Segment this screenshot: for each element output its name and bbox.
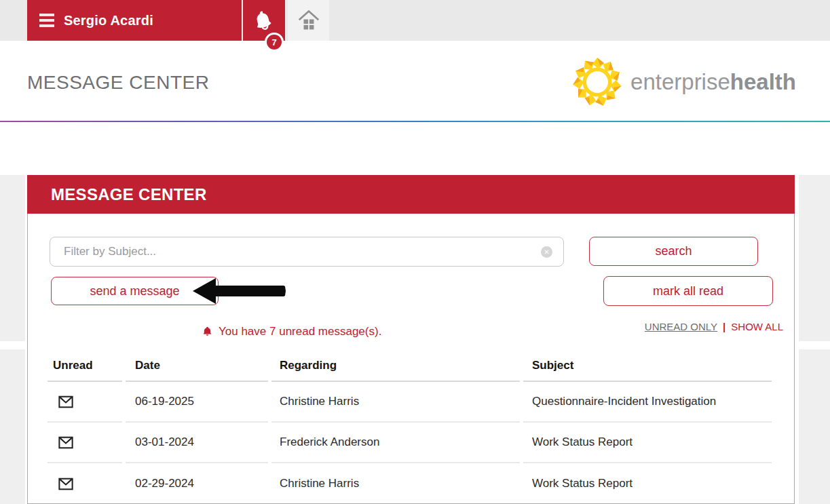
logo-wordmark: enterprisehealth [630, 69, 796, 95]
bell-icon [202, 326, 213, 338]
message-center-panel: MESSAGE CENTER ✕ search send a message m… [27, 175, 795, 504]
user-name: Sergio Acardi [64, 13, 153, 28]
messages-table: Unread Date Regarding Subject 06-19-2025… [48, 351, 775, 504]
unread-notice: You have 7 unread message(s). [202, 325, 381, 338]
enterprise-health-logo: enterprisehealth [572, 57, 796, 107]
message-date: 02-29-2024 [126, 463, 268, 504]
envelope-icon[interactable] [58, 436, 73, 449]
page-title: MESSAGE CENTER [27, 72, 209, 94]
table-row[interactable]: 03-01-2024 Frederick Anderson Work Statu… [48, 423, 775, 463]
sunflower-ring-icon [572, 57, 622, 107]
message-subject: Work Status Report [523, 423, 772, 463]
bell-icon [250, 6, 278, 34]
background-panel [799, 175, 830, 341]
page-header: MESSAGE CENTER enterprisehealth [0, 41, 830, 121]
message-regarding: Christine Harris [271, 463, 520, 504]
clear-filter-icon[interactable]: ✕ [541, 246, 552, 258]
message-regarding: Frederick Anderson [271, 423, 520, 463]
envelope-icon[interactable] [58, 478, 73, 490]
show-all-link[interactable]: SHOW ALL [731, 321, 783, 332]
message-date: 06-19-2025 [126, 382, 268, 423]
mark-all-read-button[interactable]: mark all read [603, 276, 773, 306]
message-regarding: Christine Harris [271, 382, 520, 423]
column-header-regarding: Regarding [271, 351, 520, 382]
filter-by-subject-input[interactable] [50, 237, 564, 267]
table-row[interactable]: 02-29-2024 Christine Harris Work Status … [48, 463, 775, 504]
column-header-date: Date [126, 351, 268, 382]
user-menu-button[interactable]: Sergio Acardi [27, 0, 242, 41]
search-button[interactable]: search [589, 237, 758, 266]
background-panel [0, 349, 25, 504]
column-header-unread: Unread [48, 351, 122, 382]
gradient-divider [0, 121, 830, 122]
links-separator: | [723, 321, 725, 332]
background-panel [0, 175, 25, 341]
table-row[interactable]: 06-19-2025 Christine Harris Questionnair… [48, 382, 775, 423]
view-filter-links: UNREAD ONLY | SHOW ALL [645, 321, 783, 332]
send-a-message-button[interactable]: send a message [51, 277, 219, 305]
home-button[interactable] [288, 0, 329, 41]
unread-only-link[interactable]: UNREAD ONLY [645, 321, 717, 332]
unread-notice-text: You have 7 unread message(s). [219, 325, 381, 338]
table-header-row: Unread Date Regarding Subject [48, 351, 775, 382]
message-subject: Work Status Report [523, 463, 772, 504]
envelope-icon[interactable] [58, 395, 73, 408]
message-date: 03-01-2024 [126, 423, 268, 463]
hamburger-icon [39, 14, 54, 27]
notification-count-badge: 7 [265, 33, 284, 52]
panel-header: MESSAGE CENTER [27, 175, 795, 214]
home-icon [297, 8, 321, 33]
column-header-subject: Subject [523, 351, 772, 382]
background-panel [799, 349, 830, 504]
top-bar: Sergio Acardi 7 [0, 0, 830, 41]
panel-title: MESSAGE CENTER [51, 185, 207, 204]
message-table-body: 06-19-2025 Christine Harris Questionnair… [48, 382, 775, 504]
message-subject: Questionnaire-Incident Investigation [523, 382, 772, 423]
